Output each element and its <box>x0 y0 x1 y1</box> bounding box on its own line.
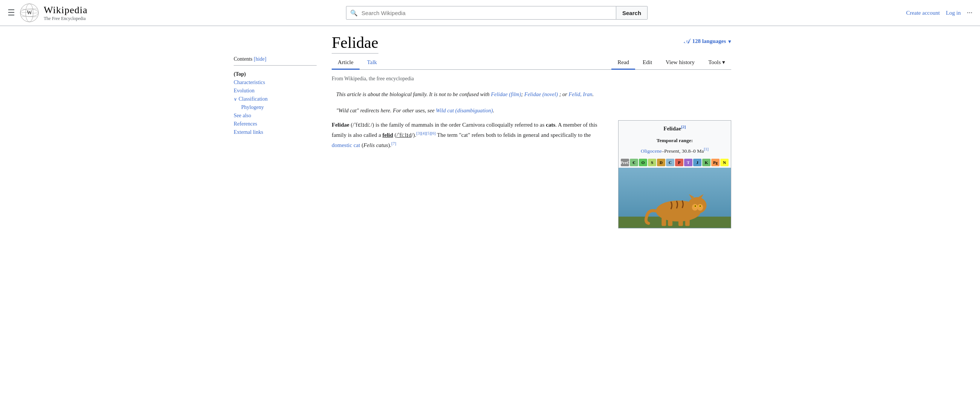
intro-felis-italic: Felis catus <box>363 142 388 148</box>
infobox: Felidae[2] Temporal range: Oligocene–Pre… <box>618 120 731 228</box>
toc-label: Contents <box>234 56 253 62</box>
sidebar: Contents [hide] (Top) Characteristics Ev… <box>234 33 317 228</box>
hatnote1-end: ; or <box>559 91 567 97</box>
svg-rect-17 <box>662 217 666 226</box>
cats-bold: cats <box>546 122 555 128</box>
svg-point-16 <box>700 205 701 207</box>
site-header: ☰ W Wikipedia The Free Encyclopedia 🔍 Se… <box>0 0 980 26</box>
log-in-link[interactable]: Log in <box>946 10 961 16</box>
hatnote1-link1[interactable]: Felidae (film) <box>491 91 521 97</box>
more-options-button[interactable]: ··· <box>967 9 972 18</box>
intro-pronunciation: (/ˈfɛlɪdiː/) is the <box>350 122 389 128</box>
sidebar-item-references[interactable]: References <box>234 120 317 128</box>
languages-label: 128 languages <box>692 38 726 45</box>
wikipedia-logo: W <box>20 3 39 22</box>
infobox-subtitle: Temporal range: <box>619 136 731 145</box>
temporal-ref: [1] <box>704 146 709 151</box>
article-title: Felidae <box>332 33 379 54</box>
infobox-temporal: Oligocene–Present, 30.8–0 Ma[1] <box>619 145 731 157</box>
logo-title: Wikipedia <box>44 5 88 16</box>
intro-ref2: [7] <box>391 141 396 145</box>
geo-cell: T <box>684 159 692 166</box>
geo-cell: Pg <box>711 159 719 166</box>
left-tabs: Article Talk <box>332 56 611 69</box>
logo-text: Wikipedia The Free Encyclopedia <box>44 5 88 21</box>
sidebar-item-see-also[interactable]: See also <box>234 111 317 120</box>
hatnote2-link[interactable]: Wild cat (disambiguation) <box>436 107 493 113</box>
create-account-link[interactable]: Create account <box>906 10 940 16</box>
sidebar-item-characteristics[interactable]: Characteristics <box>234 78 317 87</box>
translate-icon: 𝒜 <box>684 37 690 45</box>
tab-tools[interactable]: Tools ▾ <box>702 56 731 70</box>
article-tabs: Article Talk Read Edit View history Tool… <box>332 56 731 70</box>
geo-cell: PreЄ <box>621 159 629 166</box>
geo-cell: J <box>693 159 702 166</box>
intro-text3: The term "cat" refers both to felids in … <box>436 132 591 138</box>
intro-bold-name: Felidae <box>332 122 349 128</box>
svg-rect-19 <box>678 217 683 226</box>
tab-view-history[interactable]: View history <box>660 56 701 70</box>
geo-cell: C <box>666 159 674 166</box>
intro-ref1: [3][4][5][6] <box>417 131 436 135</box>
infobox-title: Felidae[2] <box>619 121 731 136</box>
geo-cell: Є <box>630 159 638 166</box>
tab-read[interactable]: Read <box>611 56 635 70</box>
hatnote2-text: "Wild cat" redirects here. For other use… <box>336 107 434 113</box>
from-wikipedia: From Wikipedia, the free encyclopedia <box>332 76 731 82</box>
main-layout: Contents [hide] (Top) Characteristics Ev… <box>226 26 754 228</box>
intro-pron2: (/ˈfiːlɪd/) <box>393 132 415 138</box>
toc-title: Contents [hide] <box>234 56 317 62</box>
geo-cell: N <box>720 159 729 166</box>
search-box: 🔍 <box>346 6 616 20</box>
sidebar-item-evolution[interactable]: Evolution <box>234 87 317 95</box>
hatnote-2: "Wild cat" redirects here. For other use… <box>332 104 731 117</box>
svg-point-11 <box>692 204 698 211</box>
tab-article[interactable]: Article <box>332 56 360 70</box>
intro-text4: ( <box>360 142 363 148</box>
sidebar-item-external-links[interactable]: External links <box>234 128 317 137</box>
title-row: Felidae 𝒜 128 languages ▾ <box>332 33 731 56</box>
article-body: Felidae (/ˈfɛlɪdiː/) is the family of ma… <box>332 120 731 228</box>
geo-cell: D <box>657 159 665 166</box>
sidebar-item-classification[interactable]: ∨Classification <box>234 95 317 103</box>
search-input[interactable] <box>361 10 616 16</box>
intro-highlighted: family of mammals in the order Carnivora… <box>389 122 555 128</box>
temporal-separator: –Present, 30.8–0 Ma <box>662 148 704 154</box>
oligocene-link[interactable]: Oligocene <box>641 148 662 154</box>
hamburger-menu[interactable]: ☰ <box>8 8 15 18</box>
infobox-title-ref: [2] <box>681 124 686 129</box>
svg-point-15 <box>695 205 696 207</box>
svg-rect-18 <box>668 217 673 226</box>
chevron-down-icon: ▾ <box>728 38 731 45</box>
search-button[interactable]: Search <box>616 6 648 20</box>
intro-felid: felid <box>383 132 393 138</box>
svg-text:W: W <box>27 10 32 16</box>
domestic-cat-link[interactable]: domestic cat <box>332 142 360 148</box>
languages-button[interactable]: 𝒜 128 languages ▾ <box>684 37 731 45</box>
search-container: 🔍 Search <box>346 6 648 20</box>
toc-divider <box>234 65 317 65</box>
hatnote1-link3[interactable]: Felid, Iran <box>569 91 592 97</box>
geo-timeline-bar: PreЄЄOSDCPTJKPgN <box>619 157 731 168</box>
hatnote-1: This article is about the biological fam… <box>332 88 731 101</box>
tab-edit[interactable]: Edit <box>636 56 658 70</box>
hatnote1-link2[interactable]: Felidae (novel) <box>524 91 558 97</box>
intro-paragraph: Felidae (/ˈfɛlɪdiː/) is the family of ma… <box>332 120 609 150</box>
main-content: Felidae 𝒜 128 languages ▾ Article Talk R… <box>317 33 731 228</box>
geo-cell: K <box>702 159 711 166</box>
infobox-image <box>619 168 731 228</box>
chevron-down-icon: ∨ <box>234 97 237 102</box>
geo-cell: O <box>639 159 647 166</box>
svg-rect-20 <box>685 217 690 226</box>
sidebar-item-phylogeny[interactable]: Phylogeny <box>234 103 317 111</box>
header-right: Create account Log in ··· <box>906 9 972 18</box>
geo-cell: S <box>648 159 656 166</box>
hatnote1-text: This article is about the biological fam… <box>336 91 490 97</box>
right-tabs: Read Edit View history Tools ▾ <box>611 56 731 69</box>
geo-cell: P <box>675 159 683 166</box>
toc-item-top: (Top) <box>234 70 317 78</box>
toc-hide-link[interactable]: [hide] <box>254 56 266 62</box>
search-icon: 🔍 <box>347 10 361 17</box>
tab-talk[interactable]: Talk <box>361 56 383 70</box>
article-text: Felidae (/ˈfɛlɪdiː/) is the family of ma… <box>332 120 609 228</box>
